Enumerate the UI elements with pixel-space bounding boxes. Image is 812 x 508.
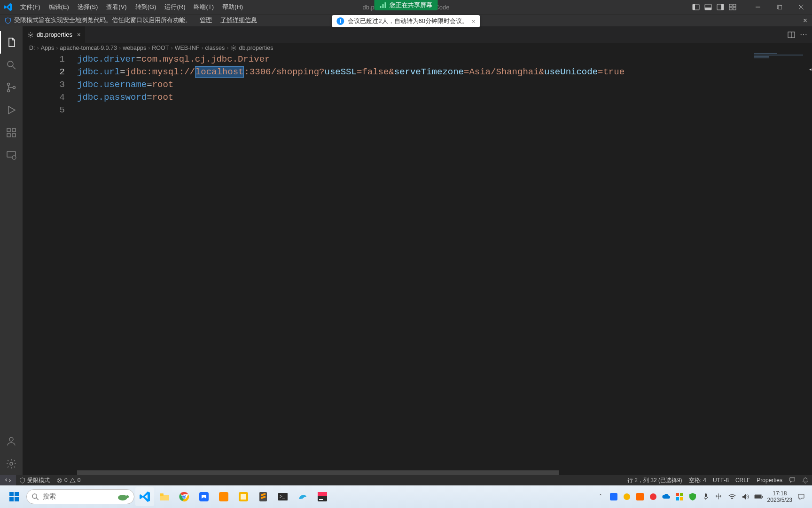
explorer-icon[interactable] xyxy=(0,31,23,54)
tray-battery-icon[interactable] xyxy=(754,494,763,500)
toggle-secondary-sidebar-icon[interactable] xyxy=(715,2,726,12)
status-indentation[interactable]: 空格: 4 xyxy=(686,476,710,484)
window-minimize-button[interactable] xyxy=(747,0,769,14)
code-editor[interactable]: 1 2 3 4 5 jdbc.driver=com.mysql.cj.jdbc.… xyxy=(23,53,812,475)
tab-db-properties[interactable]: db.properties × xyxy=(23,26,86,43)
tray-security-icon[interactable] xyxy=(688,493,697,500)
tray-app3-icon[interactable] xyxy=(636,493,644,500)
toggle-primary-sidebar-icon[interactable] xyxy=(691,2,701,12)
remote-explorer-icon[interactable] xyxy=(0,144,23,167)
tray-mic-icon[interactable] xyxy=(702,493,710,500)
toggle-panel-icon[interactable] xyxy=(703,2,713,12)
more-actions-icon[interactable]: ⋯ xyxy=(800,30,807,39)
tray-colorful-icon[interactable] xyxy=(675,493,684,500)
editor-group: db.properties × ⋯ D:› Apps› apache-tomca… xyxy=(23,26,812,475)
svg-rect-68 xyxy=(676,497,679,500)
meeting-notice-close-button[interactable]: × xyxy=(472,18,476,25)
taskbar-app-orange[interactable] xyxy=(214,487,233,506)
tray-notifications-icon[interactable] xyxy=(797,493,805,500)
status-cursor-position[interactable]: 行 2，列 32 (已选择9) xyxy=(624,476,686,484)
crumb[interactable]: WEB-INF xyxy=(175,45,200,51)
menu-edit[interactable]: 编辑(E) xyxy=(45,0,73,14)
taskbar-terminal[interactable]: >_ xyxy=(273,487,292,506)
svg-point-51 xyxy=(183,496,186,498)
menu-file[interactable]: 文件(F) xyxy=(16,0,45,14)
extensions-icon[interactable] xyxy=(0,121,23,144)
tray-app1-icon[interactable] xyxy=(609,493,618,500)
crumb[interactable]: apache-tomcat-9.0.73 xyxy=(60,45,117,51)
svg-point-18 xyxy=(8,61,13,67)
crumb[interactable]: db.properties xyxy=(239,45,273,51)
tray-wifi-icon[interactable] xyxy=(728,494,736,500)
window-maximize-button[interactable] xyxy=(769,0,790,14)
svg-rect-26 xyxy=(12,128,16,132)
horizontal-scrollbar[interactable] xyxy=(77,470,756,475)
taskbar-vscode[interactable] xyxy=(135,487,154,506)
window-close-button[interactable] xyxy=(790,0,812,14)
status-eol[interactable]: CRLF xyxy=(732,476,753,484)
search-placeholder: 搜索 xyxy=(43,492,56,501)
code-content[interactable]: jdbc.driver=com.mysql.cj.jdbc.Driverjdbc… xyxy=(77,53,812,475)
status-problems[interactable]: 0 0 xyxy=(53,477,84,484)
taskbar-meeting[interactable] xyxy=(195,487,213,506)
tray-clock[interactable]: 17:18 2023/5/23 xyxy=(767,490,792,503)
taskbar-app-yellow[interactable] xyxy=(234,487,253,506)
svg-point-21 xyxy=(8,90,10,92)
tray-ime-label[interactable]: 中 xyxy=(715,492,723,501)
svg-rect-25 xyxy=(12,134,16,137)
crumb[interactable]: Apps xyxy=(41,45,55,51)
tray-chevron-icon[interactable]: ˄ xyxy=(596,493,605,500)
taskbar-explorer[interactable] xyxy=(155,487,174,506)
customize-layout-icon[interactable] xyxy=(727,2,738,12)
start-button[interactable] xyxy=(3,487,25,506)
scrollbar-thumb[interactable] xyxy=(77,470,559,475)
remote-indicator[interactable] xyxy=(0,475,16,485)
taskbar-search[interactable]: 搜索 xyxy=(26,489,134,504)
tray-app2-icon[interactable] xyxy=(623,493,631,500)
search-icon[interactable] xyxy=(0,54,23,76)
taskbar-sublime[interactable] xyxy=(254,487,273,506)
taskbar-chrome[interactable] xyxy=(175,487,194,506)
crumb[interactable]: D: xyxy=(29,45,35,51)
accounts-icon[interactable] xyxy=(0,430,23,452)
tab-label: db.properties xyxy=(37,31,72,38)
tray-onedrive-icon[interactable] xyxy=(662,494,671,500)
settings-gear-icon[interactable] xyxy=(0,452,23,475)
restricted-manage-link[interactable]: 管理 xyxy=(200,16,212,24)
svg-point-44 xyxy=(118,495,127,500)
crumb[interactable]: classes xyxy=(205,45,225,51)
crumb[interactable]: webapps xyxy=(123,45,146,51)
split-editor-icon[interactable] xyxy=(788,31,795,39)
status-encoding[interactable]: UTF-8 xyxy=(710,476,732,484)
tray-app4-icon[interactable] xyxy=(649,493,657,500)
taskbar-dolphin[interactable] xyxy=(293,487,312,506)
restricted-close-button[interactable]: × xyxy=(803,16,807,25)
menu-terminal[interactable]: 终端(T) xyxy=(189,0,218,14)
svg-point-31 xyxy=(30,34,31,36)
crumb[interactable]: ROOT xyxy=(152,45,169,51)
svg-rect-8 xyxy=(729,8,732,10)
status-feedback-icon[interactable] xyxy=(786,476,799,484)
menu-help[interactable]: 帮助(H) xyxy=(218,0,247,14)
source-control-icon[interactable] xyxy=(0,76,23,99)
status-restricted-mode[interactable]: 受限模式 xyxy=(16,476,53,484)
line-gutter: 1 2 3 4 5 xyxy=(23,53,77,475)
tab-close-button[interactable]: × xyxy=(77,31,81,38)
collapse-minimap-icon[interactable]: ◂ xyxy=(809,64,812,76)
svg-point-42 xyxy=(32,494,37,498)
menu-view[interactable]: 查看(V) xyxy=(102,0,131,14)
menu-selection[interactable]: 选择(S) xyxy=(73,0,102,14)
overview-ruler[interactable]: ◂ xyxy=(805,53,812,475)
tray-volume-icon[interactable] xyxy=(741,493,750,500)
run-debug-icon[interactable] xyxy=(0,99,23,121)
taskbar-intellij[interactable] xyxy=(313,487,332,506)
restricted-learn-more-link[interactable]: 了解详细信息 xyxy=(220,16,257,24)
status-notifications-icon[interactable] xyxy=(799,476,812,484)
menu-go[interactable]: 转到(G) xyxy=(131,0,161,14)
minimap[interactable] xyxy=(754,53,805,475)
system-tray: ˄ 中 17:18 2023/5/23 xyxy=(596,490,809,503)
status-language-mode[interactable]: Properties xyxy=(753,476,786,484)
menu-run[interactable]: 运行(R) xyxy=(160,0,189,14)
turtle-icon xyxy=(116,492,129,501)
svg-line-43 xyxy=(37,498,39,500)
